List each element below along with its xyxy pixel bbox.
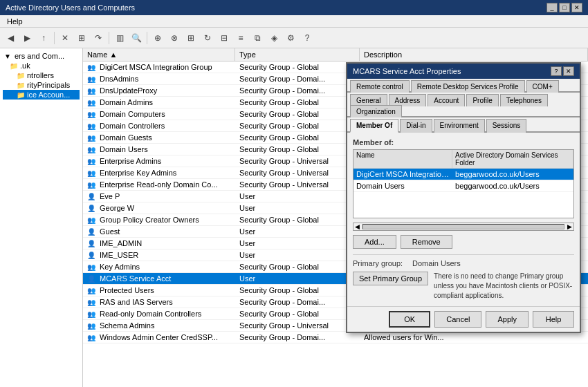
row-name: MCARS Service Acct <box>100 274 171 283</box>
scroll-left-btn[interactable]: ◀ <box>353 223 361 230</box>
ok-button[interactable]: OK <box>389 311 430 328</box>
row-name: Windows Admin Center CredSSP... <box>100 333 218 341</box>
toolbar-b4[interactable]: ↻ <box>200 30 215 46</box>
toolbar-properties[interactable]: ⊞ <box>74 30 89 46</box>
table-row[interactable]: 👥Windows Admin Center CredSSP... Securit… <box>83 332 588 343</box>
tree-item-principals[interactable]: 📁 rityPrincipals <box>3 80 80 90</box>
row-icon: 👥 <box>87 75 97 83</box>
row-type: Security Group - Global <box>235 97 360 108</box>
toolbar-b6[interactable]: ≡ <box>233 30 248 46</box>
close-button[interactable]: ✕ <box>571 3 582 12</box>
header-name[interactable]: Name ▲ <box>83 48 235 61</box>
tab-dial-in[interactable]: Dial-in <box>400 119 432 133</box>
member-buttons-row: Add... Remove <box>353 235 574 249</box>
tree-item-service[interactable]: 📁 ice Accoun... <box>3 90 80 100</box>
row-icon: 👥 <box>87 287 97 294</box>
primary-group-detail: Set Primary Group There is no need to ch… <box>353 272 574 301</box>
toolbar-search[interactable]: 🔍 <box>129 30 144 46</box>
set-primary-group-button[interactable]: Set Primary Group <box>353 272 428 285</box>
scroll-track[interactable] <box>362 224 564 229</box>
tree-folder-icon4: 📁 <box>17 91 25 99</box>
apply-button[interactable]: Apply <box>486 311 529 328</box>
row-name: DnsAdmins <box>100 75 138 83</box>
menu-help[interactable]: Help <box>3 17 27 26</box>
dialog-content: Member of: Name Active Directory Domain … <box>347 133 580 306</box>
tree-item-label: rityPrincipals <box>27 81 70 89</box>
primary-group-section: Primary group: Domain Users Set Primary … <box>353 254 574 301</box>
remove-button[interactable]: Remove <box>401 235 452 249</box>
maximize-button[interactable]: □ <box>559 3 570 12</box>
help-button[interactable]: Help <box>533 311 574 328</box>
row-type: Security Group - Universal <box>235 320 360 331</box>
tab-profile[interactable]: Profile <box>466 94 498 106</box>
row-name: Group Policy Creator Owners <box>100 216 199 224</box>
header-type[interactable]: Type <box>235 48 360 61</box>
header-description[interactable]: Description <box>360 48 588 61</box>
toolbar-b5[interactable]: ⊟ <box>217 30 232 46</box>
tab-account[interactable]: Account <box>428 94 465 106</box>
row-icon: 👥 <box>87 322 97 330</box>
tree-item-root[interactable]: ▼ ers and Com... <box>3 51 80 61</box>
row-name: Enterprise Read-only Domain Co... <box>100 180 218 189</box>
scroll-right-btn[interactable]: ▶ <box>566 223 573 230</box>
toolbar-b8[interactable]: ◈ <box>266 30 282 46</box>
row-type: Security Group - Global <box>235 62 360 73</box>
tree-item-label: ice Accoun... <box>27 91 70 99</box>
tab-environment[interactable]: Environment <box>434 119 485 133</box>
toolbar-up[interactable]: ↑ <box>36 30 51 46</box>
tab-member-of[interactable]: Member Of <box>350 119 398 133</box>
tab-strip-row1: Remote control Remote Desktop Services P… <box>347 79 580 93</box>
row-icon: 👥 <box>87 146 97 153</box>
row-icon: 👤 <box>87 228 97 236</box>
row-icon: 👥 <box>87 263 97 271</box>
toolbar-forward[interactable]: ▶ <box>19 30 35 46</box>
tree-item-controllers[interactable]: 📁 ntrollers <box>3 70 80 80</box>
row-type: User <box>235 249 360 261</box>
row-name: Domain Guests <box>100 133 152 142</box>
dialog-close-button[interactable]: ✕ <box>563 66 574 76</box>
row-type: Security Group - Global <box>235 132 360 143</box>
tab-strip-row3: Member Of Dial-in Environment Sessions <box>347 117 580 133</box>
row-name: Domain Admins <box>100 98 153 106</box>
minimize-button[interactable]: _ <box>546 3 558 12</box>
tree-item-label: ers and Com... <box>15 52 64 60</box>
toolbar-back[interactable]: ◀ <box>3 30 18 46</box>
tab-com[interactable]: COM+ <box>526 80 559 93</box>
horizontal-scrollbar[interactable]: ◀ ▶ <box>353 223 574 231</box>
member-list-item-domain-users[interactable]: Domain Users beggarwood.co.uk/Users <box>353 180 573 192</box>
tab-sessions[interactable]: Sessions <box>486 119 527 133</box>
toolbar-b1[interactable]: ⊕ <box>150 30 165 46</box>
row-type: Security Group - Universal <box>235 155 360 167</box>
row-type: User <box>235 238 360 249</box>
row-icon: 👥 <box>87 169 97 177</box>
tab-organization[interactable]: Organization <box>350 105 402 117</box>
tab-remote-control[interactable]: Remote control <box>350 80 410 93</box>
toolbar-b7[interactable]: ⧉ <box>250 30 265 46</box>
dialog-help-button[interactable]: ? <box>551 66 562 76</box>
tab-telephones[interactable]: Telephones <box>500 94 548 106</box>
member-list-item-digicert[interactable]: DigiCert MSCA Integration.... beggarwood… <box>353 169 573 180</box>
row-icon: 👥 <box>87 122 97 130</box>
cancel-button[interactable]: Cancel <box>434 311 481 328</box>
tree-item-uk[interactable]: 📁 .uk <box>3 61 80 70</box>
row-type: User <box>235 273 360 284</box>
row-type: Security Group - Global <box>235 285 360 296</box>
toolbar-b10[interactable]: ? <box>300 30 315 46</box>
toolbar-b3[interactable]: ⊞ <box>183 30 199 46</box>
toolbar-delete[interactable]: ✕ <box>57 30 73 46</box>
tab-rdp[interactable]: Remote Desktop Services Profile <box>411 80 525 93</box>
row-name: Eve P <box>100 192 120 200</box>
primary-group-desc: There is no need to change Primary group… <box>434 272 574 301</box>
toolbar-filter[interactable]: ▥ <box>112 30 127 46</box>
toolbar-move[interactable]: ↷ <box>91 30 106 46</box>
row-type: User <box>235 191 360 202</box>
add-button[interactable]: Add... <box>353 235 396 249</box>
toolbar-b9[interactable]: ⚙ <box>283 30 298 46</box>
row-desc: Allowed users for Win... <box>360 332 588 343</box>
row-name: Key Admins <box>100 263 140 271</box>
tree-folder-icon: 📁 <box>10 62 18 70</box>
row-name: Protected Users <box>100 286 154 294</box>
toolbar-b2[interactable]: ⊗ <box>167 30 182 46</box>
row-name: IME_ADMIN <box>100 239 142 247</box>
row-icon: 👥 <box>87 334 97 341</box>
